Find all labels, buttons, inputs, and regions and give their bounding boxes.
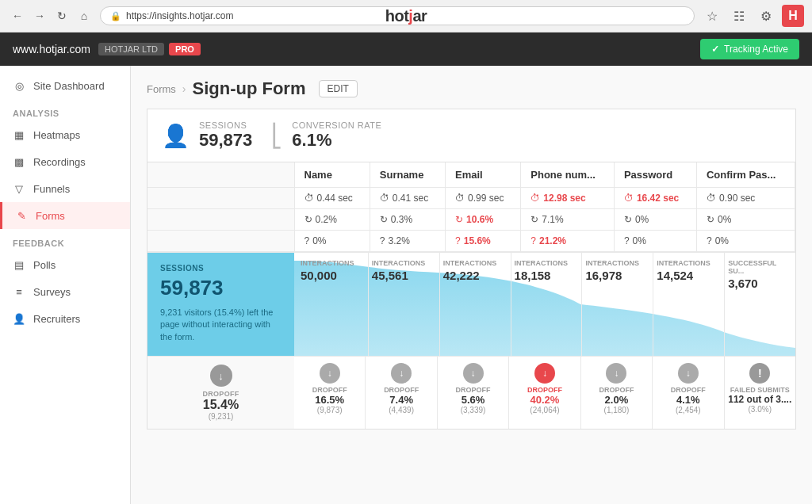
sidebar-item-recordings[interactable]: ▩ Recordings	[0, 148, 130, 175]
sidebar-item-surveys[interactable]: ≡ Surveys	[0, 278, 130, 305]
table-cell-surname-time: ⏱0.41 sec	[370, 188, 445, 209]
dropoff-col-1-label: DROPOFF	[384, 386, 419, 394]
feedback-section-label: FEEDBACK	[0, 229, 130, 251]
conversion-label: CONVERSION RATE	[292, 120, 381, 130]
url-text: https://insights.hotjar.com	[126, 10, 233, 21]
sidebar-surveys-label: Surveys	[33, 286, 71, 298]
funnels-icon: ▽	[13, 182, 25, 195]
polls-icon: ▤	[13, 258, 25, 271]
funnel-col-2-value: 42,222	[443, 269, 508, 282]
funnel-chart-columns: INTERACTIONS 50,000 INTERACTIONS 45,561 …	[294, 253, 795, 356]
tracking-active-button[interactable]: Tracking Active	[700, 39, 799, 59]
dropoff-col-6-label: FAILED SUBMITS	[730, 386, 790, 394]
sidebar-item-site-dashboard[interactable]: ◎ Site Dashboard	[0, 72, 130, 99]
time-icon-3: ⏱	[455, 193, 465, 204]
sessions-label: SESSIONS	[199, 120, 252, 130]
hotjar-ext-button[interactable]: H	[782, 5, 804, 27]
table-cell-empty-refill	[147, 209, 294, 231]
dropoff-col-1: ↓ DROPOFF 7.4% (4,439)	[366, 357, 437, 429]
form-table-wrapper: Name Surname Email Phone num... Password…	[147, 162, 796, 430]
forward-button[interactable]: →	[30, 6, 49, 25]
dropoff-col-5: ↓ DROPOFF 4.1% (2,454)	[653, 357, 724, 429]
breadcrumb: Forms › Sign-up Form EDIT	[147, 78, 796, 99]
funnel-col-1-label: INTERACTIONS	[372, 259, 436, 267]
sidebar-item-forms[interactable]: ✎ Forms	[0, 202, 130, 229]
dropoff-col-3-icon: ↓	[534, 363, 555, 384]
table-header-surname: Surname	[370, 162, 445, 188]
forms-icon: ✎	[15, 209, 28, 222]
table-cell-empty-time	[147, 188, 294, 209]
table-cell-confirm-time: ⏱0.90 sec	[696, 188, 795, 209]
table-cell-surname-error: ?3.2%	[370, 231, 445, 252]
table-cell-surname-refill: ↻0.3%	[370, 209, 445, 231]
back-button[interactable]: ←	[8, 6, 27, 25]
sidebar-funnels-label: Funnels	[33, 183, 70, 195]
dropoff-col-5-sub: (2,454)	[676, 406, 701, 414]
sidebar-item-funnels[interactable]: ▽ Funnels	[0, 175, 130, 202]
sidebar-item-polls[interactable]: ▤ Polls	[0, 251, 130, 278]
table-row-refill: ↻0.2% ↻0.3% ↻10.6% ↻7.1% ↻0% ↻0%	[147, 209, 795, 231]
funnel-col-2: INTERACTIONS 42,222	[440, 253, 511, 356]
table-header-email: Email	[446, 162, 521, 188]
table-cell-empty-error	[147, 231, 294, 252]
sessions-stat-content: SESSIONS 59,873	[199, 120, 252, 151]
dropoff-col-6-icon: !	[749, 363, 770, 384]
settings-button[interactable]: ⚙	[755, 5, 777, 27]
table-cell-phone-time: ⏱12.98 sec	[521, 188, 615, 209]
sidebar: ◎ Site Dashboard ANALYSIS ▦ Heatmaps ▩ R…	[0, 66, 131, 504]
error-icon-4: ?	[530, 235, 536, 246]
table-cell-confirm-refill: ↻0%	[696, 209, 795, 231]
table-cell-email-refill: ↻10.6%	[446, 209, 521, 231]
user-button[interactable]: ☷	[728, 5, 750, 27]
table-header-phone: Phone num...	[521, 162, 615, 188]
dropoff-col-4: ↓ DROPOFF 2.0% (1,180)	[581, 357, 653, 429]
app-header-left: www.hotjar.com HOTJAR LTD PRO	[13, 43, 201, 55]
dropoff-col-1-sub: (4,439)	[389, 406, 414, 414]
error-icon-3: ?	[455, 235, 461, 246]
dropoff-col-6: ! FAILED SUBMITS 112 out of 3.... (3.0%)	[725, 357, 795, 429]
sessions-icon: 👤	[162, 123, 190, 149]
dropoff-col-3-value: 40.2%	[530, 394, 560, 406]
error-icon: ?	[304, 235, 310, 246]
conversion-stat: ⎣ CONVERSION RATE 6.1%	[271, 120, 381, 151]
funnel-col-6: SUCCESSFUL SU... 3,670	[725, 253, 795, 356]
edit-button[interactable]: EDIT	[319, 80, 358, 97]
refill-icon: ↻	[304, 214, 312, 225]
bookmark-button[interactable]: ☆	[701, 5, 723, 27]
table-cell-phone-error: ?21.2%	[521, 231, 615, 252]
table-cell-password-error: ?0%	[614, 231, 696, 252]
dropoff-col-5-value: 4.1%	[676, 394, 700, 406]
breadcrumb-parent[interactable]: Forms	[147, 83, 176, 95]
sessions-stat: 👤 SESSIONS 59,873	[162, 120, 252, 151]
dropoff-col-1-value: 7.4%	[389, 394, 413, 406]
funnel-col-0: INTERACTIONS 50,000	[294, 253, 369, 356]
reload-button[interactable]: ↻	[52, 6, 71, 25]
dashboard-icon: ◎	[13, 79, 25, 92]
app-header: www.hotjar.com HOTJAR LTD PRO Tracking A…	[0, 32, 812, 66]
funnel-col-2-label: INTERACTIONS	[443, 259, 508, 267]
sidebar-heatmaps-label: Heatmaps	[33, 129, 80, 141]
sidebar-item-heatmaps[interactable]: ▦ Heatmaps	[0, 121, 130, 148]
site-name: www.hotjar.com	[13, 43, 90, 55]
dropoff-sessions-sub: (9,231)	[209, 412, 234, 421]
funnel-col-3-value: 18,158	[515, 269, 579, 282]
table-cell-password-time: ⏱16.42 sec	[614, 188, 696, 209]
funnel-col-0-label: INTERACTIONS	[301, 259, 365, 267]
browser-nav-buttons: ← → ↻ ⌂	[8, 6, 94, 25]
sidebar-item-recruiters[interactable]: 👤 Recruiters	[0, 305, 130, 332]
home-button[interactable]: ⌂	[75, 6, 94, 25]
recordings-icon: ▩	[13, 155, 25, 168]
refill-icon-3: ↻	[455, 214, 463, 225]
dropoff-col-2: ↓ DROPOFF 5.6% (3,339)	[438, 357, 509, 429]
dropoff-col-2-label: DROPOFF	[456, 386, 491, 394]
lock-icon: 🔒	[110, 11, 121, 21]
dropoff-col-4-value: 2.0%	[605, 394, 629, 406]
dropoff-col-5-icon: ↓	[678, 363, 699, 384]
main-layout: ◎ Site Dashboard ANALYSIS ▦ Heatmaps ▩ R…	[0, 66, 812, 504]
dropoff-sessions-label: DROPOFF	[202, 390, 239, 398]
browser-chrome: ← → ↻ ⌂ 🔒 https://insights.hotjar.com ho…	[0, 0, 812, 32]
dropoff-sessions-col: ↓ DROPOFF 15.4% (9,231)	[147, 357, 294, 429]
recruiters-icon: 👤	[13, 312, 25, 325]
funnel-col-3: INTERACTIONS 18,158	[511, 253, 583, 356]
breadcrumb-separator: ›	[182, 82, 186, 95]
